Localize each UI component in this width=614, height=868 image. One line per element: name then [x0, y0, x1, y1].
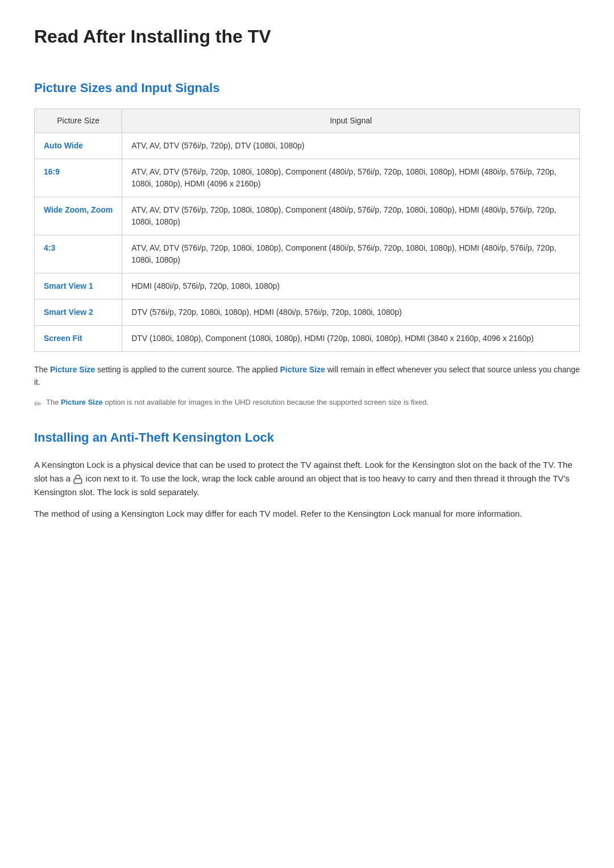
table-row: Smart View 2DTV (576i/p, 720p, 1080i, 10…	[35, 300, 580, 326]
section2-title: Installing an Anti-Theft Kensington Lock	[34, 428, 580, 447]
pencil-note-block: ✏ The Picture Size option is not availab…	[34, 397, 580, 411]
svg-rect-0	[74, 479, 82, 483]
table-row: 4:3ATV, AV, DTV (576i/p, 720p, 1080i, 10…	[35, 235, 580, 273]
table-header-row: Picture Size Input Signal	[35, 109, 580, 133]
picture-sizes-table: Picture Size Input Signal Auto WideATV, …	[34, 109, 580, 352]
picture-sizes-section: Picture Sizes and Input Signals Picture …	[34, 78, 580, 411]
section1-title: Picture Sizes and Input Signals	[34, 78, 580, 97]
input-signal-cell-3: ATV, AV, DTV (576i/p, 720p, 1080i, 1080p…	[122, 235, 580, 273]
table-row: Screen FitDTV (1080i, 1080p), Component …	[35, 326, 580, 352]
table-row: Smart View 1HDMI (480i/p, 576i/p, 720p, …	[35, 273, 580, 300]
kensington-p1-part2: icon next to it. To use the lock, wrap t…	[34, 474, 570, 497]
input-signal-cell-2: ATV, AV, DTV (576i/p, 720p, 1080i, 1080p…	[122, 197, 580, 235]
pencil-note-text: The Picture Size option is not available…	[46, 397, 429, 408]
table-row: Wide Zoom, ZoomATV, AV, DTV (576i/p, 720…	[35, 197, 580, 235]
picture-size-cell-0: Auto Wide	[35, 133, 122, 159]
note-highlight-picture-size-2: Picture Size	[280, 365, 325, 374]
pencil-text-after: option is not available for images in th…	[103, 398, 429, 406]
picture-size-cell-1: 16:9	[35, 159, 122, 197]
lock-icon-inline	[73, 474, 85, 483]
table-row: Auto WideATV, AV, DTV (576i/p, 720p), DT…	[35, 133, 580, 159]
input-signal-cell-5: DTV (576i/p, 720p, 1080i, 1080p), HDMI (…	[122, 300, 580, 326]
pencil-note-picture-size-highlight: Picture Size	[61, 398, 103, 406]
kensington-lock-section: Installing an Anti-Theft Kensington Lock…	[34, 428, 580, 521]
picture-size-cell-5: Smart View 2	[35, 300, 122, 326]
kensington-paragraph-1: A Kensington Lock is a physical device t…	[34, 458, 580, 499]
col-header-input-signal: Input Signal	[122, 109, 580, 133]
pencil-text-before: The	[46, 398, 61, 406]
kensington-paragraph-2: The method of using a Kensington Lock ma…	[34, 507, 580, 521]
note-text-before-first-highlight: The	[34, 365, 50, 374]
picture-size-cell-6: Screen Fit	[35, 326, 122, 352]
input-signal-cell-6: DTV (1080i, 1080p), Component (1080i, 10…	[122, 326, 580, 352]
input-signal-cell-1: ATV, AV, DTV (576i/p, 720p, 1080i, 1080p…	[122, 159, 580, 197]
note-text-middle: setting is applied to the current source…	[95, 365, 280, 374]
picture-size-cell-2: Wide Zoom, Zoom	[35, 197, 122, 235]
picture-size-cell-3: 4:3	[35, 235, 122, 273]
input-signal-cell-0: ATV, AV, DTV (576i/p, 720p), DTV (1080i,…	[122, 133, 580, 159]
picture-size-cell-4: Smart View 1	[35, 273, 122, 300]
table-row: 16:9ATV, AV, DTV (576i/p, 720p, 1080i, 1…	[35, 159, 580, 197]
pencil-icon: ✏	[34, 397, 42, 411]
page-title: Read After Installing the TV	[34, 23, 580, 56]
note-highlight-picture-size-1: Picture Size	[50, 365, 95, 374]
col-header-picture-size: Picture Size	[35, 109, 122, 133]
picture-size-note: The Picture Size setting is applied to t…	[34, 363, 580, 389]
input-signal-cell-4: HDMI (480i/p, 576i/p, 720p, 1080i, 1080p…	[122, 273, 580, 300]
